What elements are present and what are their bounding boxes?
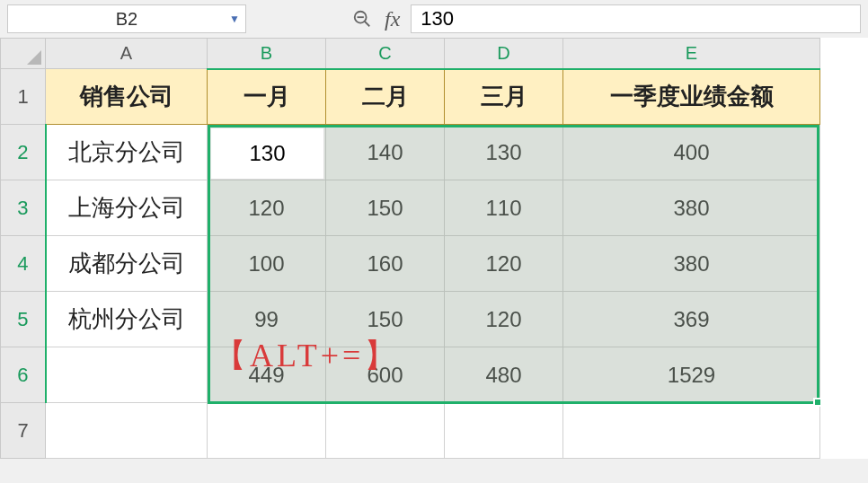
row-header-2[interactable]: 2	[1, 125, 46, 180]
cell-A1[interactable]: 销售公司	[46, 69, 208, 125]
cell-E1[interactable]: 一季度业绩金额	[563, 69, 820, 125]
cell-B7[interactable]	[208, 403, 326, 459]
cell-E2[interactable]: 400	[563, 125, 820, 180]
cell-E5[interactable]: 369	[563, 292, 820, 347]
cell-A6[interactable]	[46, 347, 208, 403]
cell-D6[interactable]: 480	[445, 347, 563, 403]
name-box-value: B2	[8, 9, 245, 30]
cell-A7[interactable]	[46, 403, 208, 459]
cell-D5[interactable]: 120	[445, 292, 563, 347]
row-header-5[interactable]: 5	[1, 292, 46, 347]
svg-line-1	[365, 22, 370, 27]
chevron-down-icon[interactable]: ▼	[229, 13, 240, 25]
cell-B1[interactable]: 一月	[208, 69, 326, 125]
formula-input[interactable]: 130	[411, 4, 861, 33]
cell-A5[interactable]: 杭州分公司	[46, 292, 208, 347]
cell-C6[interactable]: 600	[326, 347, 445, 403]
cell-D2[interactable]: 130	[445, 125, 563, 180]
cell-E7[interactable]	[563, 403, 820, 459]
cell-B5[interactable]: 99	[208, 292, 326, 347]
col-header-B[interactable]: B	[208, 39, 326, 69]
cell-A4[interactable]: 成都分公司	[46, 236, 208, 292]
row-header-1[interactable]: 1	[1, 69, 46, 125]
row-header-4[interactable]: 4	[1, 236, 46, 292]
cell-C4[interactable]: 160	[326, 236, 445, 292]
formula-value: 130	[421, 7, 454, 31]
cell-B3[interactable]: 120	[208, 180, 326, 236]
col-header-A[interactable]: A	[46, 39, 208, 69]
cell-B2[interactable]: 130	[208, 125, 326, 180]
col-header-C[interactable]: C	[326, 39, 445, 69]
row-header-7[interactable]: 7	[1, 403, 46, 459]
fx-icon[interactable]: fx	[385, 7, 400, 31]
cell-E3[interactable]: 380	[563, 180, 820, 236]
zoom-out-icon[interactable]	[350, 7, 374, 31]
cell-C2[interactable]: 140	[326, 125, 445, 180]
cell-E6[interactable]: 1529	[563, 347, 820, 403]
col-header-E[interactable]: E	[563, 39, 820, 69]
cell-A2[interactable]: 北京分公司	[46, 125, 208, 180]
cell-C5[interactable]: 150	[326, 292, 445, 347]
cell-B6[interactable]: 449	[208, 347, 326, 403]
cell-E4[interactable]: 380	[563, 236, 820, 292]
select-all-icon	[27, 50, 41, 65]
name-box[interactable]: B2 ▼	[7, 4, 246, 33]
row-header-6[interactable]: 6	[1, 347, 46, 403]
formula-bar: B2 ▼ fx 130	[0, 0, 868, 38]
select-all-corner[interactable]	[1, 39, 46, 69]
cell-D7[interactable]	[445, 403, 563, 459]
row-header-3[interactable]: 3	[1, 180, 46, 236]
cell-D1[interactable]: 三月	[445, 69, 563, 125]
cell-B4[interactable]: 100	[208, 236, 326, 292]
cell-A3[interactable]: 上海分公司	[46, 180, 208, 236]
cell-C7[interactable]	[326, 403, 445, 459]
cell-D4[interactable]: 120	[445, 236, 563, 292]
cell-C1[interactable]: 二月	[326, 69, 445, 125]
cell-D3[interactable]: 110	[445, 180, 563, 236]
spreadsheet-grid[interactable]: A B C D E 1 销售公司 一月 二月 三月 一季度业绩金额 2 北京分公…	[0, 38, 868, 459]
cell-C3[interactable]: 150	[326, 180, 445, 236]
col-header-D[interactable]: D	[445, 39, 563, 69]
